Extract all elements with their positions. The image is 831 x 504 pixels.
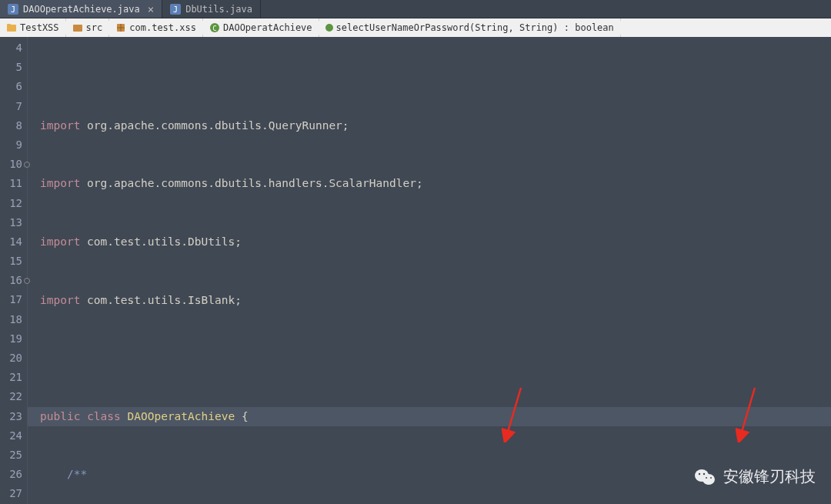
crumb-package[interactable]: com.test.xss: [109, 18, 203, 37]
svg-text:C: C: [212, 25, 216, 32]
watermark-text: 安徽锋刃科技: [723, 466, 816, 487]
gutter-line-26[interactable]: 26: [0, 465, 22, 484]
gutter: 4567891011121314151617181920212223242526…: [0, 37, 28, 504]
gutter-line-21[interactable]: 21: [0, 368, 22, 387]
project-icon: [6, 22, 17, 33]
crumb-project[interactable]: TestXSS: [0, 18, 66, 37]
gutter-line-16[interactable]: 16: [0, 271, 22, 290]
breadcrumb: TestXSS src com.test.xss C DAOOperatAchi…: [0, 18, 831, 37]
tabs-bar: J DAOOperatAchieve.java × J DbUtils.java: [0, 0, 831, 18]
tab-dao-operat-achieve[interactable]: J DAOOperatAchieve.java ×: [0, 0, 162, 18]
java-file-icon: J: [170, 4, 181, 15]
gutter-line-7[interactable]: 7: [0, 97, 22, 116]
editor: 4567891011121314151617181920212223242526…: [0, 37, 831, 504]
gutter-line-11[interactable]: 11: [0, 174, 22, 193]
svg-rect-5: [7, 24, 11, 26]
svg-point-16: [699, 472, 700, 474]
code-line-6: import com.test.utils.DbUtils;: [40, 232, 831, 252]
code-line-4: import org.apache.commons.dbutils.QueryR…: [40, 116, 831, 135]
java-file-icon: J: [8, 4, 18, 15]
svg-line-12: [506, 388, 521, 437]
gutter-line-14[interactable]: 14: [0, 232, 22, 252]
wechat-icon: [694, 468, 716, 486]
gutter-line-4[interactable]: 4: [0, 38, 22, 58]
crumb-label: DAOOperatAchieve: [223, 22, 312, 33]
gutter-line-27[interactable]: 27: [0, 484, 22, 503]
gutter-line-6[interactable]: 6: [0, 77, 22, 96]
code-line-7: import com.test.utils.IsBlank;: [40, 291, 831, 310]
close-icon[interactable]: ×: [145, 3, 154, 15]
annotation-arrow-2: [736, 346, 776, 482]
gutter-line-19[interactable]: 19: [0, 329, 22, 349]
package-icon: [115, 22, 126, 33]
gutter-line-22[interactable]: 22: [0, 387, 22, 406]
tab-label: DAOOperatAchieve.java: [23, 4, 140, 15]
crumb-label: src: [86, 22, 103, 33]
code-line-8: [40, 349, 831, 368]
code-area[interactable]: import org.apache.commons.dbutils.QueryR…: [28, 37, 831, 504]
svg-point-19: [710, 477, 712, 479]
class-icon: C: [209, 22, 220, 33]
gutter-line-24[interactable]: 24: [0, 426, 22, 446]
gutter-line-8[interactable]: 8: [0, 116, 22, 135]
watermark: 安徽锋刃科技: [694, 466, 816, 487]
crumb-label: com.test.xss: [129, 22, 196, 33]
gutter-line-12[interactable]: 12: [0, 194, 22, 213]
annotation-arrow-1: [502, 346, 542, 482]
crumb-src[interactable]: src: [66, 18, 110, 37]
gutter-line-13[interactable]: 13: [0, 213, 22, 232]
svg-point-17: [703, 472, 705, 474]
svg-text:J: J: [11, 5, 15, 14]
code-line-5: import org.apache.commons.dbutils.handle…: [40, 174, 831, 193]
folder-icon: [72, 22, 83, 33]
svg-point-18: [706, 477, 707, 479]
method-icon: [325, 24, 333, 32]
gutter-line-9[interactable]: 9: [0, 135, 22, 155]
crumb-label: selectUserNameOrPassword(String, String)…: [336, 22, 614, 33]
svg-point-15: [703, 474, 715, 485]
tab-label: DbUtils.java: [185, 4, 252, 15]
gutter-line-10[interactable]: 10: [0, 155, 22, 174]
code-line-9: public class DAOOperatAchieve {: [40, 407, 831, 426]
svg-rect-6: [73, 25, 82, 32]
gutter-line-17[interactable]: 17: [0, 290, 22, 309]
gutter-line-20[interactable]: 20: [0, 349, 22, 368]
crumb-label: TestXSS: [20, 22, 59, 33]
crumb-method[interactable]: selectUserNameOrPassword(String, String)…: [319, 18, 621, 37]
crumb-class[interactable]: C DAOOperatAchieve: [203, 18, 319, 37]
gutter-line-18[interactable]: 18: [0, 310, 22, 329]
gutter-line-5[interactable]: 5: [0, 58, 22, 77]
svg-line-13: [740, 388, 755, 437]
svg-text:J: J: [173, 5, 178, 14]
gutter-line-25[interactable]: 25: [0, 446, 22, 465]
gutter-line-15[interactable]: 15: [0, 252, 22, 271]
tab-db-utils[interactable]: J DbUtils.java: [162, 0, 261, 18]
gutter-line-23[interactable]: 23: [0, 407, 22, 426]
